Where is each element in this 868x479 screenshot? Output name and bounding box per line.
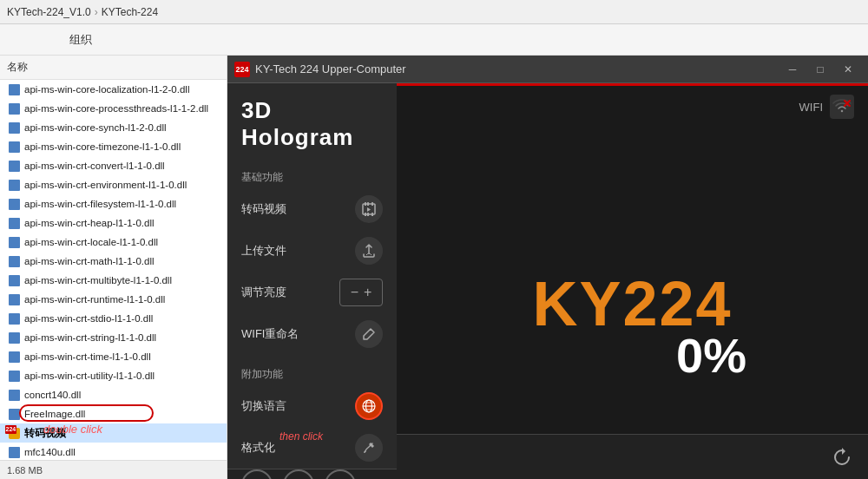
svg-rect-1 bbox=[365, 202, 366, 206]
sidebar-item-transcode[interactable]: 转码视频 bbox=[227, 188, 397, 230]
file-name: api-ms-win-crt-time-l1-1-0.dll bbox=[24, 351, 151, 362]
list-item[interactable]: api-ms-win-crt-utility-l1-1-0.dll bbox=[0, 366, 227, 385]
sidebar-basic-label: 基础功能 bbox=[227, 161, 397, 188]
sidebar-label-upload: 上传文件 bbox=[241, 243, 352, 259]
dll-icon bbox=[7, 216, 21, 230]
dll-icon bbox=[7, 140, 21, 154]
prev-button[interactable] bbox=[241, 469, 273, 479]
file-name: api-ms-win-crt-environment-l1-1-0.dll bbox=[24, 180, 187, 190]
list-item[interactable]: api-ms-win-crt-heap-l1-1-0.dll bbox=[0, 213, 227, 233]
breadcrumb-sep: › bbox=[95, 6, 98, 18]
dll-icon bbox=[7, 292, 21, 306]
kytech-exe-item[interactable]: 224 转码视频 bbox=[0, 423, 227, 443]
svg-rect-3 bbox=[367, 202, 369, 206]
list-item[interactable]: api-ms-win-crt-stdio-l1-1-0.dll bbox=[0, 309, 227, 328]
file-name: api-ms-win-core-localization-l1-2-0.dll bbox=[24, 84, 189, 95]
minimize-button[interactable]: ─ bbox=[779, 61, 806, 78]
sidebar-title: 3D Hologram bbox=[227, 83, 397, 161]
sidebar-item-brightness[interactable]: 调节亮度 − + bbox=[227, 272, 397, 313]
org-label: 组织 bbox=[69, 32, 92, 48]
org-bar: 组织 bbox=[0, 24, 868, 56]
sidebar-item-language[interactable]: 切换语言 then click bbox=[227, 385, 397, 427]
list-item[interactable]: api-ms-win-crt-math-l1-1-0.dll bbox=[0, 252, 227, 271]
file-name: api-ms-win-crt-stdio-l1-1-0.dll bbox=[24, 313, 153, 324]
dll-icon bbox=[7, 445, 21, 459]
list-item[interactable]: concrt140.dll bbox=[0, 385, 227, 404]
dll-icon bbox=[7, 102, 21, 115]
file-list-col-name: 名称 bbox=[7, 60, 28, 75]
file-name: mfc140u.dll bbox=[24, 447, 76, 457]
list-item[interactable]: api-ms-win-crt-locale-l1-1-0.dll bbox=[0, 233, 227, 252]
file-name: api-ms-win-crt-multibyte-l1-1-0.dll bbox=[24, 275, 172, 285]
breadcrumb-part1[interactable]: KYTech-224_V1.0 bbox=[7, 6, 91, 18]
dll-icon bbox=[7, 82, 21, 96]
exe-icon: 224 bbox=[7, 426, 21, 440]
list-item[interactable]: api-ms-win-crt-environment-l1-1-0.dll bbox=[0, 175, 227, 194]
app-titlebar: 224 KY-Tech 224 Upper-Computer ─ □ ✕ bbox=[227, 56, 868, 83]
sidebar-item-wifi-rename[interactable]: WIFI重命名 bbox=[227, 313, 397, 355]
breadcrumb-part2[interactable]: KYTech-224 bbox=[102, 6, 158, 18]
file-name: api-ms-win-crt-convert-l1-1-0.dll bbox=[24, 161, 165, 171]
file-list[interactable]: api-ms-win-core-localization-l1-2-0.dll … bbox=[0, 80, 227, 460]
sidebar-label-brightness: 调节亮度 bbox=[241, 285, 336, 300]
upload-icon bbox=[355, 237, 383, 265]
next-button[interactable] bbox=[325, 469, 356, 479]
brightness-icon: − + bbox=[339, 279, 383, 306]
dll-icon bbox=[7, 178, 21, 192]
list-item[interactable]: api-ms-win-core-processthreads-l1-1-2.dl… bbox=[0, 99, 227, 118]
sidebar-item-format[interactable]: 格式化 bbox=[227, 427, 397, 469]
sidebar-addon-label: 附加功能 bbox=[227, 358, 397, 385]
app-inner: 3D Hologram 基础功能 转码视频 bbox=[227, 83, 868, 479]
list-item[interactable]: api-ms-win-crt-string-l1-1-0.dll bbox=[0, 328, 227, 347]
svg-rect-2 bbox=[372, 202, 373, 206]
app-content-top: WIFI bbox=[397, 86, 868, 128]
status-bar: 1.68 MB bbox=[0, 460, 227, 479]
dll-icon bbox=[7, 350, 21, 364]
file-name: api-ms-win-core-synch-l1-2-0.dll bbox=[24, 122, 167, 133]
file-list-panel: 名称 api-ms-win-core-localization-l1-2-0.d… bbox=[0, 56, 227, 479]
file-list-header: 名称 bbox=[0, 56, 227, 80]
list-item[interactable]: mfc140u.dll bbox=[0, 443, 227, 460]
dll-icon bbox=[7, 312, 21, 325]
list-item[interactable]: api-ms-win-crt-convert-l1-1-0.dll bbox=[0, 156, 227, 175]
app-window: 224 KY-Tech 224 Upper-Computer ─ □ ✕ 3D … bbox=[227, 56, 868, 479]
svg-rect-4 bbox=[365, 213, 366, 216]
dll-icon bbox=[7, 369, 21, 383]
sidebar-item-upload[interactable]: 上传文件 bbox=[227, 230, 397, 272]
app-content-main: KY224 bbox=[397, 128, 868, 479]
app-content: WIFI bbox=[397, 83, 868, 479]
list-item[interactable]: api-ms-win-core-localization-l1-2-0.dll bbox=[0, 80, 227, 99]
dll-icon bbox=[7, 388, 21, 402]
media-controls-bar bbox=[227, 469, 397, 479]
dll-icon bbox=[7, 407, 21, 421]
list-item[interactable]: api-ms-win-core-timezone-l1-1-0.dll bbox=[0, 137, 227, 156]
app-icon: 224 bbox=[234, 62, 250, 77]
dll-icon bbox=[7, 197, 21, 211]
file-name: api-ms-win-crt-locale-l1-1-0.dll bbox=[24, 237, 158, 247]
list-item[interactable]: api-ms-win-core-synch-l1-2-0.dll bbox=[0, 118, 227, 137]
dll-icon bbox=[7, 273, 21, 287]
dll-icon bbox=[7, 331, 21, 344]
file-name: api-ms-win-crt-runtime-l1-1-0.dll bbox=[24, 294, 165, 305]
file-name: api-ms-win-crt-heap-l1-1-0.dll bbox=[24, 218, 155, 228]
list-item[interactable]: api-ms-win-crt-time-l1-1-0.dll bbox=[0, 347, 227, 366]
brush-icon bbox=[355, 434, 383, 462]
percent-value: 0% bbox=[676, 327, 746, 384]
dll-icon bbox=[7, 254, 21, 268]
file-name: FreeImage.dll bbox=[24, 409, 85, 419]
list-item[interactable]: FreeImage.dll bbox=[0, 404, 227, 423]
file-name: api-ms-win-crt-filesystem-l1-1-0.dll bbox=[24, 199, 176, 209]
list-item[interactable]: api-ms-win-crt-runtime-l1-1-0.dll bbox=[0, 290, 227, 309]
list-item[interactable]: api-ms-win-crt-multibyte-l1-1-0.dll bbox=[0, 271, 227, 290]
pause-button[interactable] bbox=[283, 469, 314, 479]
list-item[interactable]: api-ms-win-crt-filesystem-l1-1-0.dll bbox=[0, 194, 227, 213]
sidebar-label-language: 切换语言 bbox=[241, 398, 352, 414]
close-button[interactable]: ✕ bbox=[835, 61, 861, 78]
sidebar-label-wifi-rename: WIFI重命名 bbox=[241, 326, 352, 342]
wifi-icon bbox=[830, 95, 854, 119]
file-name: api-ms-win-crt-string-l1-1-0.dll bbox=[24, 332, 156, 343]
refresh-button[interactable] bbox=[826, 442, 858, 473]
app-sidebar: 3D Hologram 基础功能 转码视频 bbox=[227, 83, 397, 479]
wifi-label: WIFI bbox=[799, 101, 823, 114]
maximize-button[interactable]: □ bbox=[807, 61, 833, 78]
